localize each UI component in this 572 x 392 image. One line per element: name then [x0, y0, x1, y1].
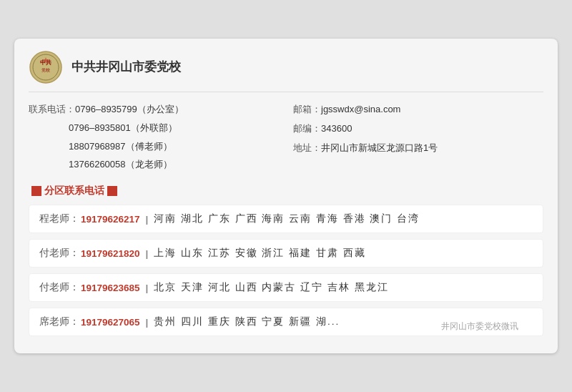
contact-left: 联系电话：0796–8935799（办公室） 0796–8935801（外联部）… [29, 102, 279, 176]
region-teacher-3: 席老师： [39, 315, 79, 328]
region-divider-3: | [146, 317, 149, 328]
phone-row-4: 13766260058（龙老师） [29, 157, 279, 172]
postcode-row: 邮编：343600 [293, 122, 543, 137]
main-card: 中共 党校 中共井冈山市委党校 联系电话：0796–8935799（办公室） 0… [14, 39, 558, 353]
phone-row-3: 18807968987（傅老师） [29, 139, 279, 155]
phone-row-2: 0796–8935801（外联部） [29, 121, 279, 136]
email-row: 邮箱：jgsswdx@sina.com [293, 102, 543, 117]
title-bar-left [31, 186, 41, 196]
section-title-text: 分区联系电话 [44, 185, 104, 197]
region-teacher-0: 程老师： [39, 212, 79, 225]
address-row: 地址：井冈山市新城区龙源口路1号 [293, 141, 543, 156]
region-areas-2: 北京 天津 河北 山西 内蒙古 辽宁 吉林 黑龙江 [154, 281, 388, 294]
region-divider-0: | [146, 214, 149, 225]
section-title: 分区联系电话 [29, 185, 543, 197]
region-divider-2: | [146, 283, 149, 293]
svg-text:党校: 党校 [41, 68, 50, 72]
region-row-1: 付老师： 19179621820 | 上海 山东 江苏 安徽 浙江 福建 甘肃 … [29, 239, 543, 268]
header: 中共 党校 中共井冈山市委党校 [29, 50, 543, 92]
watermark-overlay: 井冈山市委党校微讯 [438, 319, 521, 334]
region-areas-0: 河南 湖北 广东 广西 海南 云南 青海 香港 澳门 台湾 [154, 212, 420, 225]
region-areas-1: 上海 山东 江苏 安徽 浙江 福建 甘肃 西藏 [154, 247, 365, 260]
phones-label: 联系电话： [29, 104, 75, 114]
region-phone-0: 19179626217 [81, 214, 140, 225]
org-name: 中共井冈山市委党校 [72, 59, 181, 75]
org-logo: 中共 党校 [29, 50, 63, 84]
region-divider-1: | [146, 248, 149, 259]
contact-grid: 联系电话：0796–8935799（办公室） 0796–8935801（外联部）… [29, 102, 543, 176]
region-teacher-1: 付老师： [39, 247, 79, 260]
region-phone-1: 19179621820 [81, 248, 140, 259]
region-row-3: 席老师： 19179627065 | 贵州 四川 重庆 陕西 宁夏 新疆 湖..… [29, 308, 543, 336]
region-teacher-2: 付老师： [39, 281, 79, 294]
title-bar-right [107, 186, 117, 196]
region-areas-3: 贵州 四川 重庆 陕西 宁夏 新疆 湖... [154, 315, 340, 328]
contact-right: 邮箱：jgsswdx@sina.com 邮编：343600 地址：井冈山市新城区… [293, 102, 543, 176]
region-row-2: 付老师： 19179623685 | 北京 天津 河北 山西 内蒙古 辽宁 吉林… [29, 273, 543, 302]
region-row-0: 程老师： 19179626217 | 河南 湖北 广东 广西 海南 云南 青海 … [29, 205, 543, 233]
region-phone-2: 19179623685 [81, 283, 140, 293]
phone-row-1: 联系电话：0796–8935799（办公室） [29, 102, 279, 117]
svg-point-0 [30, 52, 61, 83]
region-phone-3: 19179627065 [81, 317, 140, 328]
